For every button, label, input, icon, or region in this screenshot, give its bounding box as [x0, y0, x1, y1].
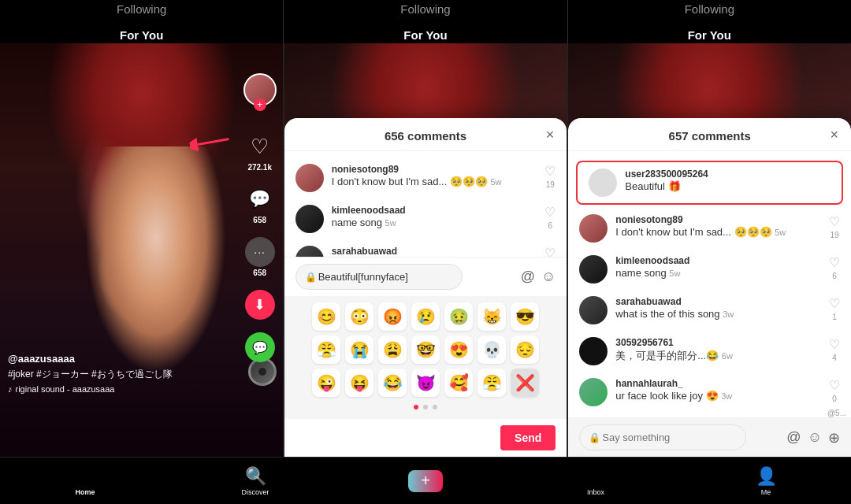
emoji-item[interactable]: 😭: [345, 335, 373, 364]
emoji-dot-2[interactable]: [423, 405, 428, 410]
emoji-item[interactable]: 😈: [411, 369, 440, 397]
comment-list-3: user283500095264 Beautiful 🎁 noniesotong…: [568, 151, 851, 417]
delete-emoji-btn[interactable]: ❌: [511, 369, 539, 397]
like-count: 272.1k: [247, 163, 272, 172]
commenter-name: 30592956761: [615, 337, 821, 348]
nav-following-3[interactable]: Following: [685, 2, 734, 16]
emoji-row-1: 😊 😳 😡 😢 🤢 😸 😎: [291, 302, 561, 331]
emoji-item[interactable]: 🤢: [444, 302, 473, 331]
comment-like-btn[interactable]: ♡ 19: [544, 164, 556, 189]
emoji-item[interactable]: 😤: [478, 369, 506, 397]
emoji-pagination: [291, 402, 561, 413]
more-icon: ···: [245, 237, 275, 267]
download-button[interactable]: ⬇: [245, 290, 275, 320]
emoji-item[interactable]: 😩: [378, 335, 407, 364]
at-icon[interactable]: @: [521, 269, 535, 285]
nav-home[interactable]: ⌂ Home: [65, 466, 105, 496]
emoji-item[interactable]: 😡: [378, 302, 407, 331]
at-icon-3[interactable]: @: [786, 429, 801, 446]
nav-following-1[interactable]: Following: [117, 2, 166, 16]
nav-foryou-1[interactable]: For You: [120, 28, 163, 42]
comment-item: kimleenoodsaad name song 5w ♡ 6: [284, 198, 567, 239]
video-info: @aaazusaaaa #joker #ジョーカー #おうちで過ごし隊 ♪ ri…: [8, 353, 240, 394]
comment-text-input-2[interactable]: [295, 264, 463, 290]
comment-like-btn[interactable]: ♡ 6: [829, 255, 840, 280]
commenter-avatar: [295, 164, 324, 192]
comment-text: I don't know but I'm sad... 🥺🥺🥺 5w: [615, 226, 821, 238]
commenter-avatar: [579, 296, 608, 324]
panel-3-nav: Following For You: [568, 0, 851, 43]
more-options-icon-3[interactable]: ⊕: [828, 429, 840, 447]
chat-button[interactable]: 💬: [245, 332, 275, 362]
emoji-item[interactable]: 😢: [411, 302, 440, 331]
emoji-row-2: 😤 😭 😩 🤓 😍 💀 😔: [291, 335, 561, 364]
emoji-item[interactable]: 😍: [444, 335, 473, 364]
like-count: 6: [832, 272, 837, 280]
emoji-dot-3[interactable]: [433, 405, 437, 410]
comment-like-btn[interactable]: ♡ 4: [829, 337, 840, 362]
comment-item: hannahlaurah_ ur face look like joy 😍 3w…: [568, 372, 851, 413]
emoji-item[interactable]: 😊: [312, 302, 340, 331]
like-count: 1: [832, 313, 837, 321]
comment-text: name song 5w: [615, 267, 821, 279]
commenter-avatar: [295, 205, 324, 233]
emoji-item[interactable]: 😝: [345, 369, 373, 397]
nav-inbox[interactable]: ✉ Inbox: [576, 466, 615, 496]
emoji-item[interactable]: 😔: [511, 335, 539, 364]
emoji-item[interactable]: 😂: [378, 369, 407, 397]
nav-foryou-2[interactable]: For You: [403, 28, 447, 42]
emoji-item[interactable]: 😜: [312, 369, 340, 397]
close-comment-panel-2[interactable]: ×: [546, 126, 555, 143]
nav-add[interactable]: +: [406, 470, 445, 492]
emoji-item[interactable]: 😎: [511, 302, 539, 331]
comment-like-btn[interactable]: ♡: [544, 246, 556, 257]
comment-panel-3: 657 comments × user283500095264 Beautifu…: [568, 118, 851, 457]
comment-item: sarahabuawad what is the of this song 3w…: [568, 290, 851, 331]
commenter-name: noniesotong89: [332, 164, 537, 175]
highlighted-comment-item: user283500095264 Beautiful 🎁: [576, 161, 843, 205]
inbox-icon: ✉: [589, 466, 603, 487]
comment-item: kimleenoodsaad name song 5w ♡ 6: [568, 249, 851, 290]
comment-text-input-3[interactable]: [579, 424, 746, 450]
emoji-item[interactable]: 🥰: [444, 369, 473, 397]
emoji-item[interactable]: 😤: [312, 335, 340, 364]
like-icon: ♡: [829, 296, 840, 311]
like-count: 19: [546, 180, 555, 189]
emoji-icon-3[interactable]: ☺: [808, 429, 822, 446]
nav-following-2[interactable]: Following: [400, 2, 450, 16]
comment-like-btn[interactable]: ♡ 1: [829, 296, 840, 321]
creator-avatar[interactable]: [243, 73, 277, 106]
home-label: Home: [75, 488, 95, 496]
like-icon: ♡: [829, 337, 840, 352]
emoji-dot-1[interactable]: [414, 405, 418, 410]
nav-me[interactable]: 👤 Me: [746, 466, 786, 496]
more-button[interactable]: ··· 658: [245, 237, 275, 277]
comment-panel-header-3: 657 comments ×: [568, 118, 851, 151]
close-comment-panel-3[interactable]: ×: [831, 126, 839, 143]
commenter-name: hannahlaurah_: [615, 378, 821, 389]
like-button[interactable]: ♡ 272.1k: [245, 132, 275, 172]
commenter-name: sarahabuawad: [332, 246, 537, 257]
nav-discover[interactable]: 🔍 Discover: [236, 466, 275, 496]
comment-button[interactable]: 💬 658: [245, 184, 275, 224]
like-icon: ♡: [829, 214, 840, 229]
panel-3: 657 comments × user283500095264 Beautifu…: [568, 43, 851, 457]
comment-like-btn[interactable]: ♡ 0: [829, 378, 840, 403]
chat-icon: 💬: [245, 332, 275, 362]
comment-like-btn[interactable]: ♡ 19: [829, 214, 840, 239]
nav-foryou-3[interactable]: For You: [688, 28, 731, 42]
emoji-item[interactable]: 🤓: [411, 335, 440, 364]
emoji-item[interactable]: 💀: [478, 335, 506, 364]
send-button-2[interactable]: Send: [500, 425, 556, 450]
emoji-item[interactable]: 😸: [478, 302, 506, 331]
discover-label: Discover: [241, 488, 269, 496]
emoji-icon[interactable]: ☺: [541, 269, 556, 285]
add-video-button[interactable]: +: [408, 470, 443, 492]
lock-icon: 🔒: [305, 272, 317, 283]
emoji-item[interactable]: 😳: [345, 302, 373, 331]
like-count: 6: [548, 221, 553, 230]
comment-input-area-3: 🔒 @ ☺ ⊕: [568, 417, 851, 457]
comment-like-btn[interactable]: ♡ 6: [544, 205, 556, 230]
comment-text: Beautiful 🎁: [625, 180, 831, 192]
like-icon: ♡: [544, 246, 556, 257]
